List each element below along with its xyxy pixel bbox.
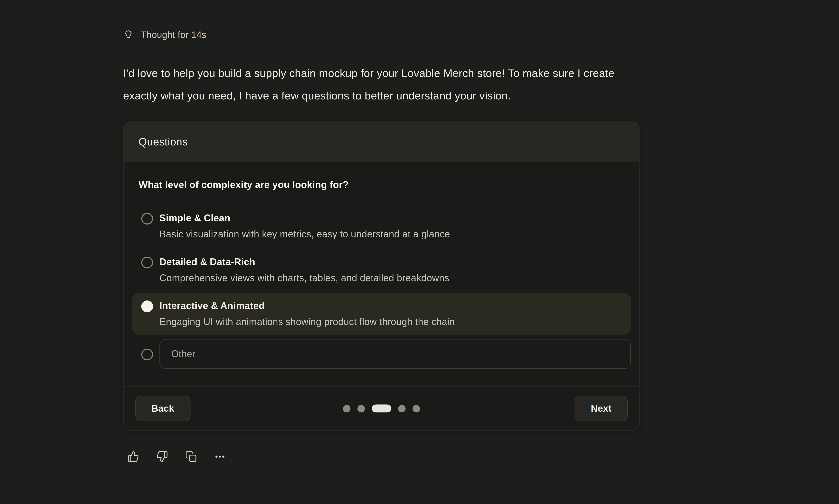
option-simple-clean[interactable]: Simple & Clean Basic visualization with … <box>132 205 631 247</box>
card-title: Questions <box>139 136 188 148</box>
progress-dot <box>413 405 420 412</box>
ellipsis-icon <box>214 451 226 463</box>
questions-card: Questions What level of complexity are y… <box>123 121 640 431</box>
option-description: Basic visualization with key metrics, ea… <box>159 228 450 241</box>
more-options-button[interactable] <box>214 451 226 463</box>
back-button[interactable]: Back <box>135 396 190 421</box>
progress-dot-active <box>372 404 391 412</box>
assistant-message: I'd love to help you build a supply chai… <box>123 62 614 107</box>
option-other-row[interactable] <box>132 339 631 369</box>
thumbs-down-button[interactable] <box>156 451 168 463</box>
radio-icon[interactable] <box>141 348 153 360</box>
thumbs-up-icon <box>127 451 139 463</box>
progress-dot <box>357 405 365 412</box>
card-header: Questions <box>124 121 640 162</box>
progress-dot <box>343 405 350 412</box>
option-description: Comprehensive views with charts, tables,… <box>159 272 449 285</box>
message-line: exactly what you need, I have a few ques… <box>123 85 614 107</box>
progress-dots <box>343 404 420 412</box>
option-title: Interactive & Animated <box>159 300 455 312</box>
option-detailed-data-rich[interactable]: Detailed & Data-Rich Comprehensive views… <box>132 249 631 291</box>
message-line: I'd love to help you build a supply chai… <box>123 62 614 85</box>
progress-dot <box>398 405 405 412</box>
thumbs-up-button[interactable] <box>127 451 139 463</box>
thought-row[interactable]: Thought for 14s <box>123 29 206 40</box>
option-interactive-animated[interactable]: Interactive & Animated Engaging UI with … <box>132 293 631 335</box>
other-input[interactable] <box>159 339 631 369</box>
next-button[interactable]: Next <box>575 396 628 421</box>
card-footer: Back Next <box>124 386 640 430</box>
thumbs-down-icon <box>156 451 168 463</box>
chat-page: Thought for 14s I'd love to help you bui… <box>0 0 839 504</box>
message-actions <box>127 451 226 463</box>
question-text: What level of complexity are you looking… <box>139 179 624 192</box>
radio-icon[interactable] <box>141 257 153 268</box>
option-title: Detailed & Data-Rich <box>159 256 449 269</box>
thought-label: Thought for 14s <box>141 29 206 40</box>
copy-button[interactable] <box>185 451 197 463</box>
option-title: Simple & Clean <box>159 212 450 225</box>
radio-icon[interactable] <box>141 301 153 312</box>
copy-icon <box>185 451 197 463</box>
lightbulb-icon <box>123 30 134 40</box>
radio-icon[interactable] <box>141 213 153 224</box>
card-body: What level of complexity are you looking… <box>124 162 640 386</box>
option-description: Engaging UI with animations showing prod… <box>159 316 455 328</box>
